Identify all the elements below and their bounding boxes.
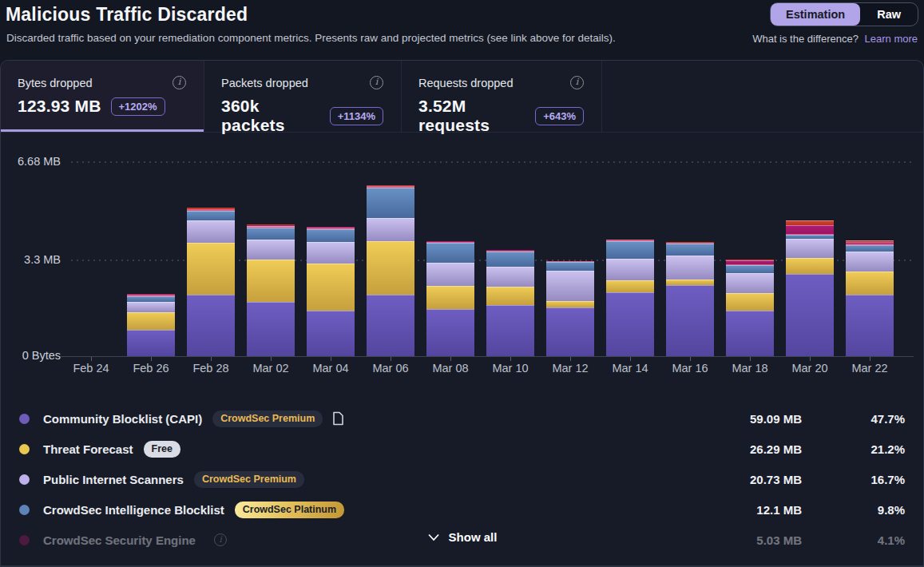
series-total-value: 12.1 MB: [682, 503, 802, 517]
estimation-raw-toggle: Estimation Raw: [770, 2, 918, 26]
bar-segment-4: [486, 252, 534, 267]
tab-requests-dropped[interactable]: Requests dropped i 3.52M requests +643%: [402, 61, 602, 132]
bar-segment-1: [726, 311, 774, 356]
bar-segment-2: [367, 241, 414, 295]
bar-segment-1: [606, 292, 654, 356]
bar-segment-1: [426, 309, 474, 356]
show-all-label: Show all: [449, 530, 498, 544]
stacked-bar-mar-10[interactable]: [486, 250, 534, 356]
stacked-bar-mar-20[interactable]: [786, 220, 834, 356]
stacked-bar-mar-14[interactable]: [606, 240, 654, 356]
plan-badge-premium: CrowdSec Premium: [194, 471, 304, 488]
stacked-bar-mar-06[interactable]: [367, 185, 414, 356]
toggle-raw-button[interactable]: Raw: [860, 3, 918, 26]
bar-segment-4: [307, 229, 355, 243]
x-axis-tick: [630, 357, 631, 361]
stacked-bar-feb-26[interactable]: [127, 294, 175, 356]
show-all-button[interactable]: Show all: [427, 530, 498, 544]
info-icon[interactable]: i: [570, 76, 584, 89]
stacked-bar-mar-16[interactable]: [666, 242, 714, 356]
chart-legend: Community Blocklist (CAPI)CrowdSec Premi…: [1, 384, 923, 567]
bar-segment-2: [786, 258, 834, 274]
bar-segment-2: [846, 272, 894, 294]
bar-segment-3: [546, 271, 594, 302]
series-color-dot: [19, 444, 30, 454]
document-icon[interactable]: [332, 411, 344, 426]
series-percentage: 4.1%: [802, 533, 905, 547]
legend-row[interactable]: CrowdSec Intelligence BlocklistCrowdSec …: [1, 494, 923, 525]
x-axis-tick: [750, 357, 751, 361]
legend-row[interactable]: Community Blocklist (CAPI)CrowdSec Premi…: [1, 403, 923, 434]
x-axis-tick: [810, 357, 811, 361]
chevron-down-icon: [427, 533, 440, 541]
bar-segment-3: [426, 263, 474, 286]
learn-more-link[interactable]: Learn more: [865, 33, 918, 45]
bar-segment-1: [367, 295, 414, 356]
tab-value: 3.52M requests: [418, 97, 525, 135]
x-axis-tick: [690, 357, 691, 361]
info-icon[interactable]: i: [173, 76, 186, 89]
bar-segment-4: [726, 265, 774, 272]
series-total-value: 5.03 MB: [682, 533, 802, 547]
info-icon[interactable]: i: [214, 533, 227, 546]
bar-segment-1: [486, 305, 534, 356]
info-icon[interactable]: i: [370, 76, 383, 89]
bar-segment-3: [786, 239, 834, 258]
bar-segment-2: [127, 312, 175, 330]
series-total-value: 20.73 MB: [682, 473, 802, 486]
x-axis-line: [61, 356, 914, 357]
bar-segment-2: [726, 293, 774, 311]
x-axis-tick: [331, 357, 331, 361]
x-axis-tick: [211, 357, 212, 361]
bar-segment-3: [307, 242, 355, 264]
bar-segment-3: [127, 302, 175, 312]
stacked-bar-mar-04[interactable]: [307, 227, 355, 356]
stacked-bar-mar-02[interactable]: [247, 224, 295, 356]
y-axis-tick-label: 3.3 MB: [11, 253, 61, 266]
bar-segment-3: [606, 259, 654, 280]
tab-bytes-dropped[interactable]: Bytes dropped i 123.93 MB +1202%: [1, 61, 204, 132]
bar-segment-3: [247, 240, 295, 259]
bar-segment-4: [187, 211, 235, 220]
bar-segment-4: [666, 244, 714, 256]
y-axis-tick-label: 6.68 MB: [11, 155, 61, 168]
tab-label: Bytes dropped: [18, 77, 93, 89]
bar-segment-4: [546, 262, 594, 270]
bar-segment-2: [486, 287, 534, 305]
bar-segment-2: [247, 260, 295, 303]
bar-segment-1: [127, 330, 175, 356]
bar-segment-4: [606, 241, 654, 259]
x-axis-tick: [870, 357, 870, 361]
tab-label: Packets dropped: [221, 77, 308, 89]
tab-packets-dropped[interactable]: Packets dropped i 360k packets +1134%: [204, 61, 402, 132]
stacked-bar-feb-28[interactable]: [187, 208, 235, 356]
metrics-panel: Bytes dropped i 123.93 MB +1202% Packets…: [0, 60, 924, 567]
legend-row[interactable]: Public Internet ScannersCrowdSec Premium…: [1, 464, 923, 494]
plan-badge-premium: CrowdSec Premium: [212, 410, 323, 427]
stacked-bar-mar-22[interactable]: [846, 240, 894, 356]
bar-segment-3: [367, 218, 414, 240]
x-axis-tick: [151, 357, 152, 361]
help-question-text: What is the difference?: [752, 33, 859, 45]
plan-badge-free: Free: [144, 441, 180, 458]
stacked-bar-mar-12[interactable]: [546, 261, 594, 356]
bar-segment-4: [426, 243, 474, 262]
x-axis-tick: [510, 357, 511, 361]
bar-segment-1: [247, 302, 295, 356]
series-name: Community Blocklist (CAPI): [43, 412, 202, 426]
y-gridline: [71, 161, 914, 163]
bar-segment-2: [187, 243, 235, 295]
toggle-estimation-button[interactable]: Estimation: [771, 3, 860, 26]
bar-segment-1: [187, 295, 235, 356]
legend-row[interactable]: Threat ForecastFree26.29 MB21.2%: [1, 434, 923, 464]
page-subtitle: Discarded traffic based on your remediat…: [6, 32, 616, 44]
series-percentage: 9.8%: [802, 503, 905, 517]
y-axis-tick-label: 0 Bytes: [11, 349, 61, 362]
stacked-bar-mar-18[interactable]: [726, 260, 774, 356]
stacked-bar-mar-08[interactable]: [426, 241, 474, 356]
series-total-value: 26.29 MB: [682, 442, 802, 456]
bar-segment-4: [846, 245, 894, 252]
bar-segment-6: [786, 225, 834, 234]
series-name: CrowdSec Security Engine: [43, 533, 196, 547]
series-total-value: 59.09 MB: [682, 412, 802, 426]
